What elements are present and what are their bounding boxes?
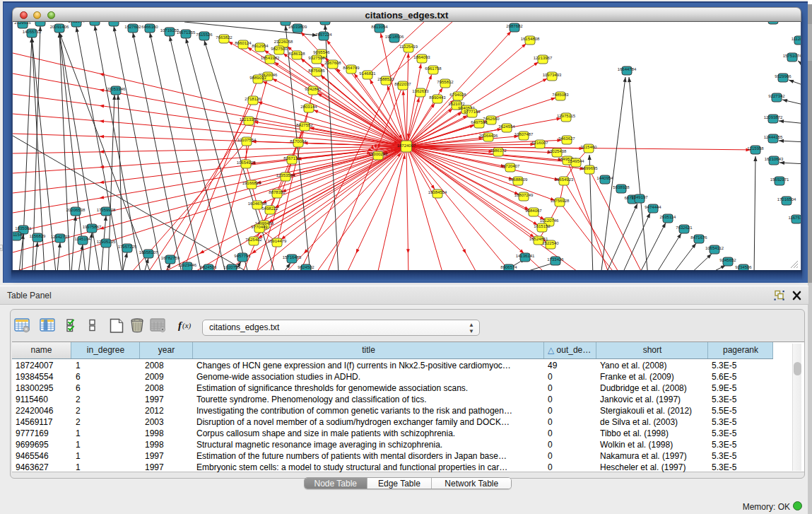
svg-text:8267130: 8267130 xyxy=(283,156,300,160)
svg-text:9234506: 9234506 xyxy=(735,265,752,269)
svg-text:(x): (x) xyxy=(182,321,192,330)
svg-text:19166829: 19166829 xyxy=(242,181,261,185)
svg-text:1906797: 1906797 xyxy=(32,22,49,23)
svg-text:9889033: 9889033 xyxy=(249,76,266,80)
svg-text:1167534: 1167534 xyxy=(789,216,801,220)
svg-text:7632621: 7632621 xyxy=(676,226,693,230)
svg-text:10756928: 10756928 xyxy=(551,199,570,203)
svg-text:1731944: 1731944 xyxy=(68,22,85,23)
svg-text:7857224: 7857224 xyxy=(315,33,332,37)
svg-text:20206538: 20206538 xyxy=(66,208,86,212)
svg-text:6794028: 6794028 xyxy=(449,93,466,97)
svg-text:19654923: 19654923 xyxy=(555,177,574,182)
svg-text:2087682: 2087682 xyxy=(506,24,523,28)
svg-text:2588520: 2588520 xyxy=(377,77,394,81)
svg-text:9770449: 9770449 xyxy=(251,225,268,229)
svg-text:16154808: 16154808 xyxy=(521,37,540,41)
svg-text:6497568: 6497568 xyxy=(471,120,488,124)
svg-text:19384554: 19384554 xyxy=(428,190,447,194)
svg-text:11325419: 11325419 xyxy=(399,45,418,49)
svg-text:14055712: 14055712 xyxy=(23,30,42,34)
svg-text:1864093: 1864093 xyxy=(413,55,430,59)
svg-text:20053346: 20053346 xyxy=(107,87,126,91)
svg-text:16644784: 16644784 xyxy=(618,67,637,71)
svg-text:23226058: 23226058 xyxy=(274,40,293,44)
svg-text:6466160: 6466160 xyxy=(141,25,158,29)
svg-text:1215958: 1215958 xyxy=(747,146,764,151)
svg-text:18807249: 18807249 xyxy=(514,193,534,197)
svg-text:8454749: 8454749 xyxy=(343,66,360,70)
svg-text:1615152: 1615152 xyxy=(534,224,551,228)
svg-text:10654925: 10654925 xyxy=(237,160,256,165)
svg-text:12444155: 12444155 xyxy=(764,135,783,139)
svg-text:8660124: 8660124 xyxy=(235,41,252,45)
svg-text:1362633: 1362633 xyxy=(412,89,429,93)
svg-text:17359928: 17359928 xyxy=(97,208,116,212)
svg-text:1156829: 1156829 xyxy=(30,234,47,238)
svg-text:16033809: 16033809 xyxy=(288,25,307,29)
svg-text:16782759: 16782759 xyxy=(161,256,180,260)
svg-text:9349197: 9349197 xyxy=(631,195,648,199)
svg-text:16914479: 16914479 xyxy=(268,239,287,243)
svg-text:9824506: 9824506 xyxy=(200,265,217,269)
svg-text:1549544: 1549544 xyxy=(567,159,584,163)
svg-text:1440954: 1440954 xyxy=(596,176,613,180)
svg-text:20091406: 20091406 xyxy=(50,25,69,29)
svg-text:7485083: 7485083 xyxy=(552,93,569,97)
svg-text:9095546: 9095546 xyxy=(313,50,330,54)
svg-text:15692971: 15692971 xyxy=(770,177,789,182)
svg-text:9474444: 9474444 xyxy=(645,205,661,209)
svg-text:8875685: 8875685 xyxy=(308,69,325,73)
svg-text:10107554: 10107554 xyxy=(237,138,257,142)
svg-text:1835061: 1835061 xyxy=(15,226,32,230)
svg-text:2129515: 2129515 xyxy=(14,22,31,25)
svg-text:10688609: 10688609 xyxy=(509,177,528,182)
svg-text:9457791: 9457791 xyxy=(234,254,251,258)
svg-text:2367608: 2367608 xyxy=(324,61,341,65)
svg-text:9327508: 9327508 xyxy=(308,56,325,60)
svg-text:7663822: 7663822 xyxy=(216,35,233,40)
svg-text:9329966: 9329966 xyxy=(775,74,792,78)
svg-text:7955812: 7955812 xyxy=(437,80,454,84)
svg-text:2522540: 2522540 xyxy=(542,241,559,245)
svg-text:17016504: 17016504 xyxy=(777,197,796,201)
svg-text:7625402: 7625402 xyxy=(245,238,262,242)
svg-text:8427552: 8427552 xyxy=(296,123,313,127)
svg-text:12353594: 12353594 xyxy=(276,173,295,177)
svg-text:8906574: 8906574 xyxy=(500,265,517,269)
svg-text:8990443: 8990443 xyxy=(429,95,446,100)
svg-text:15716485: 15716485 xyxy=(283,255,302,259)
svg-text:11923446: 11923446 xyxy=(178,263,197,267)
svg-text:16210643: 16210643 xyxy=(765,157,784,161)
svg-text:10958107: 10958107 xyxy=(139,250,158,255)
svg-text:8186328: 8186328 xyxy=(288,52,305,56)
svg-text:14136141: 14136141 xyxy=(516,254,535,258)
svg-text:15720407: 15720407 xyxy=(501,164,520,168)
svg-text:12213382: 12213382 xyxy=(240,117,259,122)
svg-text:9827500: 9827500 xyxy=(271,47,288,51)
svg-text:19975867: 19975867 xyxy=(83,225,102,229)
svg-text:10120746: 10120746 xyxy=(540,218,559,223)
svg-text:1527602: 1527602 xyxy=(105,22,122,23)
svg-text:10025438: 10025438 xyxy=(548,149,567,153)
svg-text:5938928: 5938928 xyxy=(613,185,630,189)
svg-text:8912954: 8912954 xyxy=(252,44,269,48)
svg-text:12942737: 12942737 xyxy=(51,235,70,239)
svg-text:15300293: 15300293 xyxy=(369,152,388,156)
svg-text:1112803: 1112803 xyxy=(792,37,801,41)
svg-text:10807487: 10807487 xyxy=(514,132,534,136)
svg-text:6216007: 6216007 xyxy=(531,141,548,145)
svg-text:8822037: 8822037 xyxy=(394,82,411,86)
svg-text:12093872: 12093872 xyxy=(764,115,783,119)
svg-text:10543382: 10543382 xyxy=(261,56,280,60)
svg-text:19218506: 19218506 xyxy=(385,35,404,39)
svg-text:9245652: 9245652 xyxy=(719,258,736,262)
svg-text:8813054: 8813054 xyxy=(371,25,388,29)
svg-text:3624554: 3624554 xyxy=(498,124,515,129)
svg-text:9146821: 9146821 xyxy=(359,71,376,76)
svg-text:18724007: 18724007 xyxy=(397,144,416,148)
svg-text:7986372: 7986372 xyxy=(490,148,507,153)
svg-text:6961758: 6961758 xyxy=(425,66,442,71)
svg-text:1020755: 1020755 xyxy=(223,265,240,269)
svg-text:12213967: 12213967 xyxy=(534,56,553,60)
